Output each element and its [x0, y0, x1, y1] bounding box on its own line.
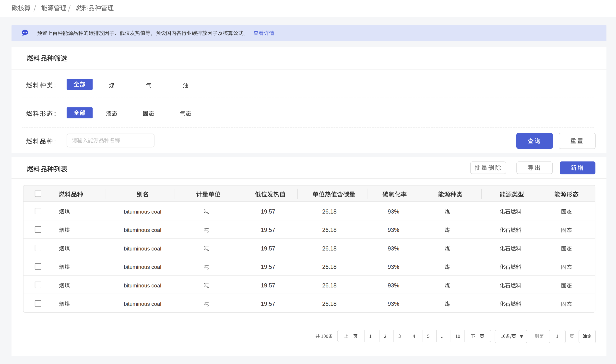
- svg-text:19.57: 19.57: [261, 301, 275, 307]
- svg-text:bituminous coal: bituminous coal: [124, 209, 161, 215]
- svg-text:19.57: 19.57: [261, 282, 275, 289]
- svg-text:93%: 93%: [388, 301, 399, 307]
- svg-text:93%: 93%: [388, 282, 399, 289]
- svg-text:26.18: 26.18: [322, 245, 337, 252]
- svg-text:bituminous coal: bituminous coal: [124, 264, 161, 270]
- svg-text:bituminous coal: bituminous coal: [124, 301, 161, 307]
- svg-text:19.57: 19.57: [261, 227, 275, 233]
- svg-text:bituminous coal: bituminous coal: [124, 246, 161, 252]
- svg-text:26.18: 26.18: [322, 208, 337, 215]
- svg-text:93%: 93%: [388, 264, 399, 270]
- svg-text:26.18: 26.18: [322, 227, 337, 233]
- svg-text:bituminous coal: bituminous coal: [124, 283, 161, 289]
- svg-text:19.57: 19.57: [261, 264, 275, 270]
- svg-text:19.57: 19.57: [261, 208, 275, 215]
- svg-text:93%: 93%: [388, 208, 399, 215]
- svg-text:19.57: 19.57: [261, 245, 275, 252]
- svg-text:26.18: 26.18: [322, 301, 337, 307]
- svg-text:93%: 93%: [388, 245, 399, 252]
- svg-text:bituminous coal: bituminous coal: [124, 227, 161, 233]
- svg-text:26.18: 26.18: [322, 282, 337, 289]
- svg-text:26.18: 26.18: [322, 264, 337, 270]
- svg-text:93%: 93%: [388, 227, 399, 233]
